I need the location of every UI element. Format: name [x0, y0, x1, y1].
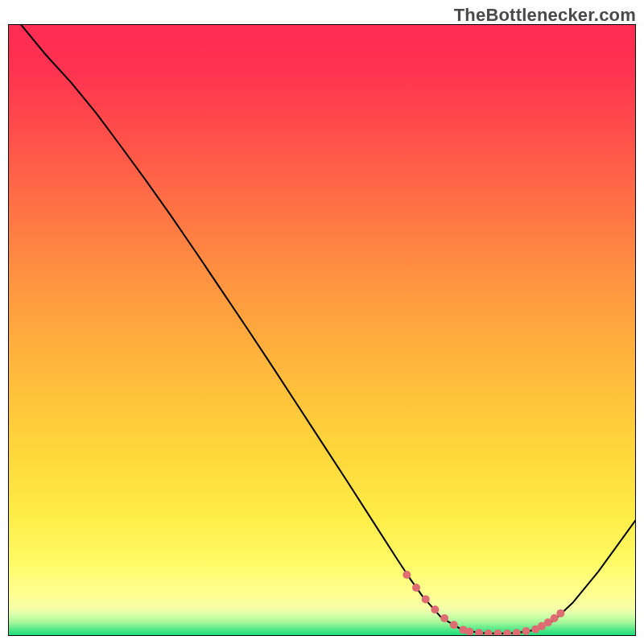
- optimal-marker-dot: [422, 595, 430, 603]
- optimal-marker-dot: [556, 609, 564, 617]
- optimal-marker-dot: [431, 605, 439, 613]
- chart: [8, 24, 636, 636]
- optimal-marker-dot: [440, 614, 448, 622]
- chart-svg: [8, 24, 636, 636]
- optimal-marker-dot: [465, 628, 473, 636]
- watermark: TheBottlenecker.com: [454, 5, 636, 26]
- optimal-marker-dot: [522, 627, 530, 635]
- gradient-background: [8, 24, 636, 636]
- chart-container: TheBottlenecker.com: [0, 0, 644, 644]
- optimal-marker-dot: [402, 571, 411, 579]
- optimal-marker-dot: [450, 621, 458, 629]
- optimal-marker-dot: [412, 584, 420, 592]
- optimal-marker-dot: [551, 614, 559, 622]
